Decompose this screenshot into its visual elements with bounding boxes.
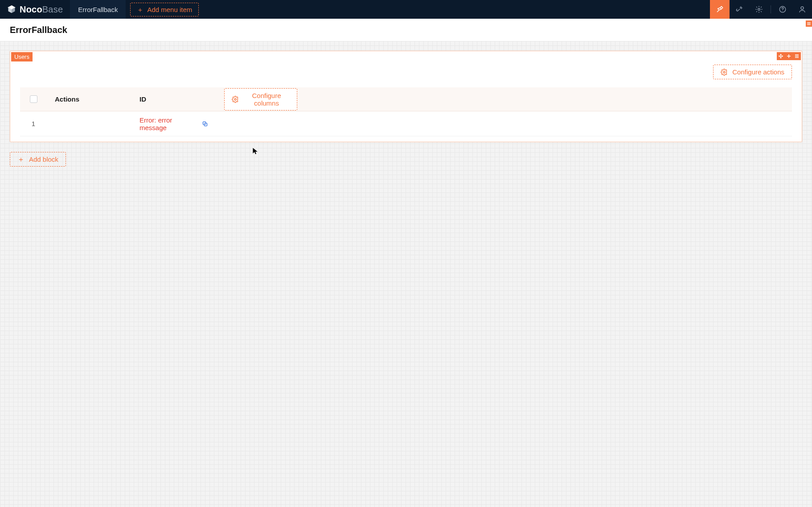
logo[interactable]: NocoBase xyxy=(0,0,70,19)
column-id-label: ID xyxy=(139,95,146,103)
help-icon[interactable] xyxy=(773,0,792,19)
title-bar: ErrorFallback xyxy=(0,19,812,41)
svg-point-12 xyxy=(723,71,725,73)
configure-columns-cell: Configure columns xyxy=(216,88,305,110)
configure-actions-button[interactable]: Configure actions xyxy=(713,65,792,79)
column-actions-label: Actions xyxy=(55,95,79,103)
block-handles xyxy=(777,52,801,60)
block-tag[interactable]: Users xyxy=(11,52,33,61)
data-table: Actions ID Configure columns xyxy=(20,87,792,136)
add-menu-item-label: Add menu item xyxy=(147,6,192,13)
plugin-icon[interactable] xyxy=(730,0,749,19)
user-icon[interactable] xyxy=(792,0,812,19)
svg-point-0 xyxy=(758,8,760,11)
configure-columns-label: Configure columns xyxy=(243,92,290,107)
table-row[interactable]: 1 Error: error message xyxy=(20,111,792,136)
row-number: 1 xyxy=(20,120,47,127)
cube-icon xyxy=(7,5,16,14)
add-menu-item-button[interactable]: ＋ Add menu item xyxy=(130,3,199,16)
error-message: Error: error message xyxy=(139,116,198,131)
add-block-label: Add block xyxy=(29,155,58,163)
topbar-divider xyxy=(771,5,771,13)
plus-icon: ＋ xyxy=(17,156,25,163)
column-actions[interactable]: Actions xyxy=(47,95,131,103)
settings-icon[interactable] xyxy=(749,0,769,19)
page-title: ErrorFallback xyxy=(10,25,67,35)
plus-icon: ＋ xyxy=(137,6,144,13)
add-block-area: ＋ Add block xyxy=(10,152,802,167)
tab-errorfallback[interactable]: ErrorFallback xyxy=(70,0,126,19)
table-header: Actions ID Configure columns xyxy=(20,87,792,111)
topbar-right xyxy=(710,0,812,19)
content-area: Users xyxy=(0,41,812,507)
topbar: NocoBase ErrorFallback ＋ Add menu item xyxy=(0,0,812,19)
copy-icon[interactable] xyxy=(202,121,208,127)
svg-point-3 xyxy=(801,7,804,9)
menu-handle-icon[interactable] xyxy=(793,52,801,60)
error-text: Error: error message xyxy=(139,116,208,131)
users-block: Users xyxy=(10,51,802,142)
svg-point-2 xyxy=(782,11,783,11)
logo-text: NocoBase xyxy=(20,4,63,15)
row-id-cell: Error: error message xyxy=(131,116,216,131)
tab-label: ErrorFallback xyxy=(78,6,118,13)
gear-icon xyxy=(232,96,239,103)
configure-actions-label: Configure actions xyxy=(732,68,784,76)
page-settings-handle[interactable] xyxy=(806,20,812,27)
svg-point-13 xyxy=(234,98,236,100)
ui-editor-icon[interactable] xyxy=(710,0,730,19)
add-handle-icon[interactable] xyxy=(785,52,793,60)
configure-columns-button[interactable]: Configure columns xyxy=(224,88,297,110)
select-all-cell xyxy=(20,95,47,103)
block-actions-bar: Configure actions xyxy=(20,65,792,79)
gear-icon xyxy=(721,69,728,76)
add-block-button[interactable]: ＋ Add block xyxy=(10,152,66,167)
select-all-checkbox[interactable] xyxy=(30,95,37,103)
column-id[interactable]: ID xyxy=(131,95,216,103)
drag-handle-icon[interactable] xyxy=(777,52,785,60)
